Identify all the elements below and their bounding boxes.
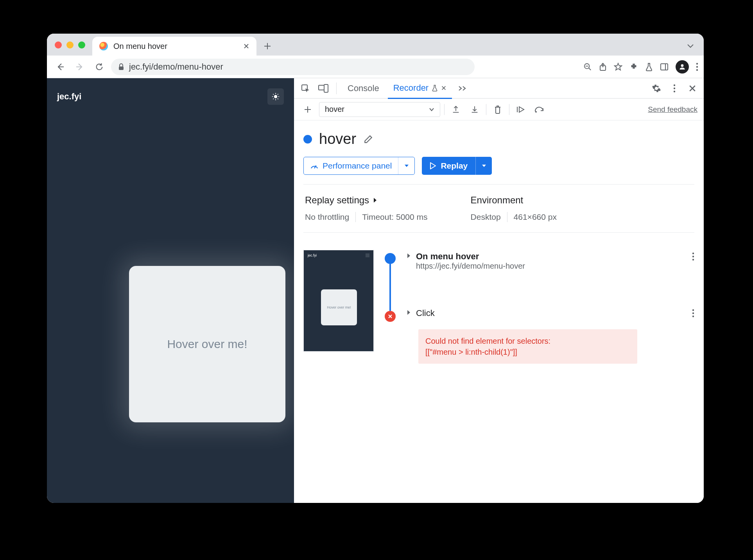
- window-maximize-button[interactable]: [78, 41, 85, 48]
- profile-avatar[interactable]: [676, 60, 689, 74]
- step-status-success-icon: [385, 253, 396, 264]
- svg-point-7: [696, 69, 698, 70]
- back-button[interactable]: [52, 59, 68, 75]
- step-navigate[interactable]: On menu hover https://jec.fyi/demo/menu-…: [407, 251, 694, 271]
- timeout-value: Timeout: 5000 ms: [362, 212, 427, 222]
- devtools-menu-icon[interactable]: [667, 81, 682, 96]
- recording-status-dot: [303, 135, 312, 144]
- expand-step-icon[interactable]: [407, 253, 411, 258]
- tab-close-button[interactable]: [243, 43, 249, 49]
- reload-button[interactable]: [91, 59, 107, 75]
- inspect-element-icon[interactable]: [298, 81, 313, 96]
- play-icon: [430, 162, 436, 169]
- svg-point-14: [674, 90, 675, 92]
- devtools-close-icon[interactable]: [685, 81, 700, 96]
- recording-settings: Replay settings No throttling Timeout: 5…: [303, 184, 694, 233]
- svg-point-20: [692, 312, 694, 314]
- replay-button[interactable]: Replay: [422, 157, 492, 175]
- tab-favicon: [99, 42, 108, 50]
- site-title: jec.fyi: [57, 92, 81, 102]
- recording-select[interactable]: hover: [319, 102, 440, 117]
- throttling-value: No throttling: [305, 212, 349, 222]
- step-screenshot[interactable]: jec.fyi Hover over me!: [303, 250, 374, 352]
- svg-point-12: [674, 84, 675, 86]
- send-feedback-link[interactable]: Send feedback: [648, 105, 697, 114]
- device-toolbar-icon[interactable]: [316, 81, 331, 96]
- svg-rect-11: [324, 84, 328, 92]
- step-over-icon[interactable]: [513, 102, 528, 117]
- svg-point-4: [681, 64, 684, 67]
- tab-recorder[interactable]: Recorder: [388, 78, 452, 99]
- step-menu-icon[interactable]: [692, 252, 694, 261]
- svg-point-19: [692, 309, 694, 311]
- browser-tab[interactable]: On menu hover: [92, 37, 256, 56]
- step-status-error-icon: [385, 311, 396, 322]
- step-click[interactable]: Click: [407, 308, 694, 318]
- url-text: jec.fyi/demo/menu-hover: [129, 62, 223, 72]
- svg-point-15: [535, 111, 537, 113]
- tab-title: On menu hover: [113, 42, 167, 51]
- new-recording-button[interactable]: [300, 102, 315, 117]
- devtools-tabstrip: Console Recorder: [294, 78, 704, 99]
- chevron-down-icon: [429, 108, 434, 111]
- tab-strip: On menu hover: [47, 34, 704, 56]
- labs-badge-icon: [432, 84, 438, 92]
- zoom-out-icon[interactable]: [583, 63, 592, 71]
- window-controls: [55, 41, 85, 48]
- recorder-toolbar: hover Send feedback: [294, 99, 704, 120]
- environment-header: Environment: [471, 195, 557, 206]
- recording-title: hover: [319, 131, 356, 147]
- tab-close-icon[interactable]: [441, 85, 446, 91]
- tab-overflow-button[interactable]: [687, 43, 694, 48]
- hover-card[interactable]: Hover over me!: [129, 266, 285, 422]
- window-minimize-button[interactable]: [66, 41, 74, 48]
- export-icon[interactable]: [448, 102, 463, 117]
- step-error-message: Could not find element for selectors: [[…: [418, 329, 637, 364]
- bookmark-star-icon[interactable]: [614, 63, 622, 71]
- recording-title-row: hover: [303, 131, 694, 147]
- page-viewport: jec.fyi Hover over me!: [47, 78, 294, 503]
- dimensions-value: 461×660 px: [514, 212, 557, 222]
- lock-icon: [118, 63, 124, 70]
- step-timeline: [383, 250, 397, 364]
- chevron-right-icon: [373, 197, 377, 203]
- edit-title-button[interactable]: [363, 134, 373, 144]
- step-menu-icon[interactable]: [692, 309, 694, 318]
- replay-settings-header[interactable]: Replay settings: [305, 195, 428, 206]
- svg-point-8: [274, 95, 277, 98]
- labs-icon[interactable]: [645, 63, 653, 71]
- forward-button[interactable]: [72, 59, 88, 75]
- more-tabs-icon[interactable]: [455, 81, 470, 96]
- svg-point-6: [696, 66, 698, 67]
- new-tab-button[interactable]: [264, 42, 271, 50]
- address-bar[interactable]: jec.fyi/demo/menu-hover: [111, 59, 475, 75]
- share-icon[interactable]: [599, 63, 607, 71]
- svg-point-17: [692, 256, 694, 257]
- side-panel-icon[interactable]: [660, 63, 669, 71]
- devtools-panel: Console Recorder: [294, 78, 704, 503]
- replay-dropdown[interactable]: [475, 157, 492, 175]
- delete-icon[interactable]: [490, 102, 505, 117]
- theme-toggle-button[interactable]: [267, 88, 284, 105]
- svg-point-21: [692, 316, 694, 317]
- svg-point-5: [696, 63, 698, 64]
- svg-point-13: [674, 87, 675, 89]
- chrome-menu-icon[interactable]: [696, 63, 698, 71]
- hover-card-text: Hover over me!: [167, 337, 247, 351]
- browser-window: On menu hover: [47, 34, 704, 503]
- settings-gear-icon[interactable]: [649, 81, 664, 96]
- tab-console[interactable]: Console: [342, 79, 385, 98]
- device-value: Desktop: [471, 212, 501, 222]
- svg-rect-0: [119, 66, 124, 70]
- extensions-icon[interactable]: [629, 63, 638, 71]
- svg-point-18: [692, 259, 694, 260]
- svg-rect-3: [661, 64, 668, 70]
- window-close-button[interactable]: [55, 41, 62, 48]
- step-icon[interactable]: [532, 102, 547, 117]
- steps-section: jec.fyi Hover over me!: [303, 242, 694, 375]
- performance-panel-dropdown[interactable]: [398, 157, 414, 174]
- expand-step-icon[interactable]: [407, 310, 411, 315]
- performance-panel-button[interactable]: Performance panel: [303, 157, 415, 175]
- import-icon[interactable]: [467, 102, 482, 117]
- svg-point-16: [692, 253, 694, 254]
